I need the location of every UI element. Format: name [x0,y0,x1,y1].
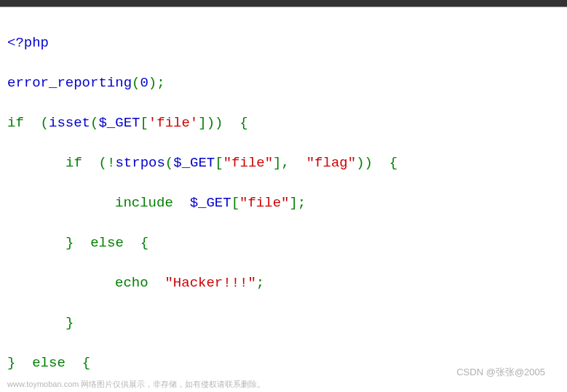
code-line: <?php [7,33,560,54]
code-line: } [7,313,560,334]
code-line: if (!strpos($_GET["file"], "flag")) { [7,153,560,174]
code-line: } else { [7,233,560,254]
code-line: if (isset($_GET['file'])) { [7,113,560,134]
php-open-tag: <?php [7,35,49,51]
window-topbar [0,0,567,7]
code-line: error_reporting(0); [7,73,560,94]
watermark-left: www.toymoban.com 网络图片仅供展示，非存储，如有侵权请联系删除。 [7,379,265,390]
code-line: include $_GET["file"]; [7,193,560,214]
php-source-code: <?php error_reporting(0); if (isset($_GE… [0,7,567,392]
watermark-right: CSDN @张张@2005 [456,366,545,379]
code-line: echo "Hacker!!!"; [7,273,560,294]
